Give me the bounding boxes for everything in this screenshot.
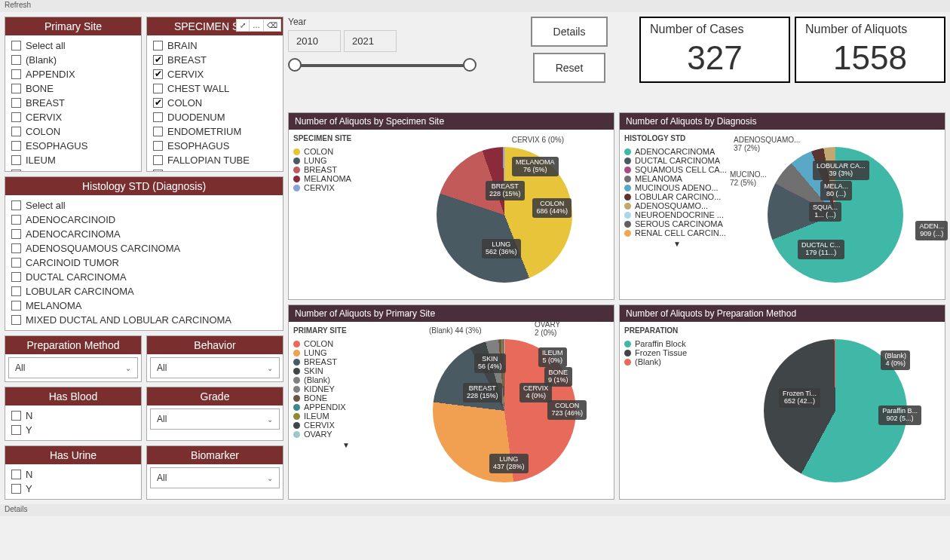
legend-item[interactable]: Frozen Tissue xyxy=(624,348,730,357)
year-slider[interactable] xyxy=(288,58,477,73)
checkbox-icon[interactable] xyxy=(153,84,163,93)
checkbox-item[interactable]: N xyxy=(11,409,135,423)
legend-item[interactable]: KIDNEY xyxy=(293,384,399,393)
checkbox-icon[interactable] xyxy=(11,84,21,93)
refresh-link[interactable]: Refresh xyxy=(5,1,31,9)
focus-icon[interactable]: ⤢ xyxy=(237,20,249,31)
checkbox-icon[interactable] xyxy=(11,98,21,108)
checkbox-icon[interactable] xyxy=(11,301,21,311)
checkbox-item[interactable]: Select all xyxy=(11,198,277,213)
legend-item[interactable]: SQUAMOUS CELL CA... xyxy=(624,165,730,174)
checkbox-item[interactable]: DUCTAL CARCINOMA xyxy=(11,270,277,284)
legend-item[interactable]: SEROUS CARCINOMA xyxy=(624,219,730,228)
legend-item[interactable]: (Blank) xyxy=(624,357,730,366)
checkbox-icon[interactable] xyxy=(11,425,21,435)
legend-item[interactable]: OVARY xyxy=(293,430,399,439)
legend-item[interactable]: APPENDIX xyxy=(293,402,399,412)
legend-more-icon[interactable]: ▼ xyxy=(624,240,730,248)
legend-item[interactable]: DUCTAL CARCINOMA xyxy=(624,156,730,165)
checkbox-icon[interactable] xyxy=(153,55,163,65)
checkbox-item[interactable]: BREAST xyxy=(11,96,135,110)
checkbox-icon[interactable] xyxy=(153,69,163,79)
legend-item[interactable]: (Blank) xyxy=(293,375,399,384)
checkbox-icon[interactable] xyxy=(11,170,21,171)
checkbox-item[interactable]: Y xyxy=(11,423,135,437)
legend-item[interactable]: CERVIX xyxy=(293,183,399,192)
legend-item[interactable]: BREAST xyxy=(293,357,399,366)
checkbox-item[interactable]: COLON xyxy=(11,124,135,139)
legend-item[interactable]: MUCINOUS ADENO... xyxy=(624,183,730,192)
checkbox-icon[interactable] xyxy=(11,215,21,225)
checkbox-icon[interactable] xyxy=(11,155,21,165)
checkbox-icon[interactable] xyxy=(153,155,163,165)
legend-item[interactable]: Paraffin Block xyxy=(624,339,730,348)
checkbox-icon[interactable] xyxy=(11,286,21,296)
legend-item[interactable]: NEUROENDOCRINE ... xyxy=(624,210,730,219)
legend-item[interactable]: COLON xyxy=(293,339,399,348)
checkbox-item[interactable]: (Blank) xyxy=(11,53,135,67)
legend-item[interactable]: MELANOMA xyxy=(624,174,730,183)
legend-item[interactable]: BONE xyxy=(293,393,399,402)
grade-dropdown[interactable]: All⌄ xyxy=(150,409,280,430)
legend-item[interactable]: COLON xyxy=(293,147,399,156)
checkbox-item[interactable]: FAT xyxy=(153,167,277,171)
checkbox-item[interactable]: KIDNEY xyxy=(11,167,135,171)
checkbox-item[interactable]: MIXED DUCTAL AND LOBULAR CARCINOMA xyxy=(11,313,277,327)
checkbox-item[interactable]: MELANOMA xyxy=(11,298,277,313)
checkbox-item[interactable]: N xyxy=(11,467,135,482)
checkbox-icon[interactable] xyxy=(11,470,21,479)
checkbox-icon[interactable] xyxy=(11,127,21,136)
checkbox-icon[interactable] xyxy=(11,243,21,253)
checkbox-item[interactable]: ESOPHAGUS xyxy=(11,139,135,153)
legend-more-icon[interactable]: ▼ xyxy=(293,441,399,449)
checkbox-icon[interactable] xyxy=(11,315,21,325)
prep-method-dropdown[interactable]: All⌄ xyxy=(8,357,138,378)
legend-item[interactable]: ILEUM xyxy=(293,412,399,421)
checkbox-item[interactable]: BREAST xyxy=(153,53,277,67)
checkbox-icon[interactable] xyxy=(11,272,21,282)
checkbox-item[interactable]: CERVIX xyxy=(153,67,277,81)
checkbox-item[interactable]: CHEST WALL xyxy=(153,81,277,96)
checkbox-item[interactable]: ESOPHAGUS xyxy=(153,139,277,153)
details-tab[interactable]: Details xyxy=(5,505,28,513)
checkbox-icon[interactable] xyxy=(11,258,21,268)
checkbox-item[interactable]: DUODENUM xyxy=(153,110,277,124)
checkbox-icon[interactable] xyxy=(153,141,163,151)
checkbox-icon[interactable] xyxy=(11,200,21,210)
checkbox-item[interactable]: LOBULAR CARCINOMA xyxy=(11,284,277,298)
checkbox-icon[interactable] xyxy=(11,69,21,79)
checkbox-item[interactable]: ENDOMETRIUM xyxy=(153,124,277,139)
checkbox-item[interactable]: ADENOSQUAMOUS CARCINOMA xyxy=(11,241,277,256)
reset-button[interactable]: Reset xyxy=(533,53,606,83)
checkbox-icon[interactable] xyxy=(11,141,21,151)
legend-item[interactable]: LOBULAR CARCINO... xyxy=(624,192,730,201)
checkbox-item[interactable]: CERVIX xyxy=(11,110,135,124)
checkbox-icon[interactable] xyxy=(153,112,163,122)
slider-thumb-right[interactable] xyxy=(463,58,477,72)
legend-item[interactable]: RENAL CELL CARCIN... xyxy=(624,228,730,237)
legend-item[interactable]: MELANOMA xyxy=(293,174,399,183)
checkbox-icon[interactable] xyxy=(153,41,163,50)
checkbox-icon[interactable] xyxy=(11,229,21,239)
checkbox-icon[interactable] xyxy=(11,55,21,65)
slider-thumb-left[interactable] xyxy=(288,58,302,72)
checkbox-item[interactable]: FALLOPIAN TUBE xyxy=(153,153,277,167)
legend-item[interactable]: CERVIX xyxy=(293,421,399,430)
checkbox-item[interactable]: ILEUM xyxy=(11,153,135,167)
legend-item[interactable]: ADENOSQUAMO... xyxy=(624,201,730,210)
checkbox-icon[interactable] xyxy=(11,112,21,122)
legend-item[interactable]: ADENOCARCINOMA xyxy=(624,147,730,156)
checkbox-item[interactable]: COLON xyxy=(153,96,277,110)
checkbox-item[interactable]: BRAIN xyxy=(153,38,277,53)
checkbox-item[interactable]: APPENDIX xyxy=(11,67,135,81)
checkbox-icon[interactable] xyxy=(11,41,21,50)
legend-item[interactable]: LUNG xyxy=(293,156,399,165)
checkbox-item[interactable]: BONE xyxy=(11,81,135,96)
checkbox-item[interactable]: Select all xyxy=(11,38,135,53)
checkbox-item[interactable]: ADENOCARCINOMA xyxy=(11,227,277,241)
checkbox-item[interactable]: CARCINOID TUMOR xyxy=(11,256,277,270)
legend-item[interactable]: LUNG xyxy=(293,348,399,357)
legend-item[interactable]: BREAST xyxy=(293,165,399,174)
behavior-dropdown[interactable]: All⌄ xyxy=(150,357,280,378)
more-icon[interactable]: … xyxy=(249,20,263,31)
